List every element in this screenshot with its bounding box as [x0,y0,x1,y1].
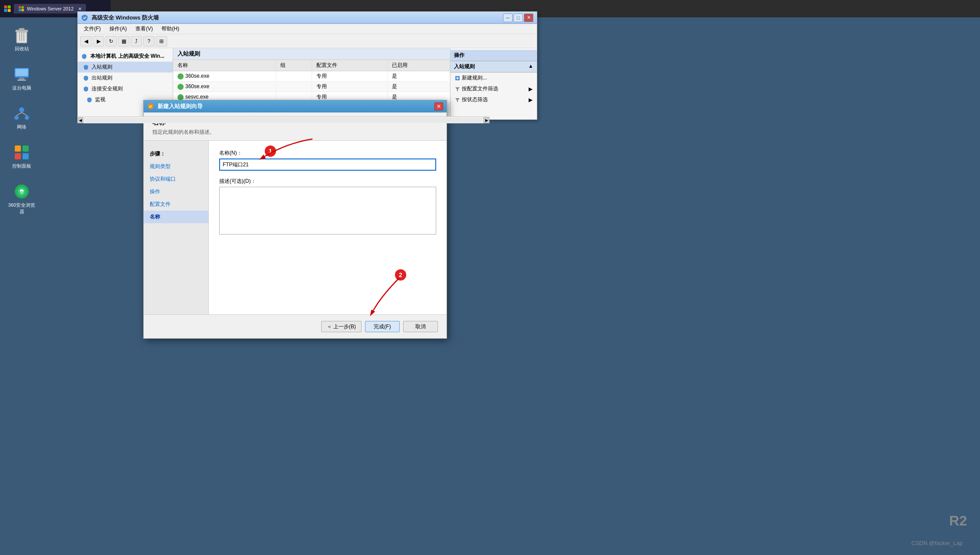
wizard-shield-icon [147,103,154,110]
toolbar-view-btn[interactable]: ▦ [118,36,129,46]
desktop-icon-this-pc[interactable]: 这台电脑 [4,63,39,94]
desktop-icon-control-panel[interactable]: 控制面板 [4,141,39,172]
wizard-step-profile[interactable]: 配置文件 [144,198,208,211]
td-enabled: 是 [388,82,450,92]
fw-titlebar-buttons: ─ □ ✕ [503,13,533,22]
this-pc-label: 这台电脑 [12,85,31,91]
td-name: 360se.exe [173,71,276,82]
fw-tree-root-label: 本地计算机 上的高级安全 Win... [90,53,164,59]
wizard-title-text: 新建入站规则向导 [158,102,203,110]
wizard-titlebar: 新建入站规则向导 ✕ [144,100,447,112]
browser-icon: 360 [13,183,30,200]
fw-tree-outbound[interactable]: 出站规则 [78,73,173,83]
cancel-button[interactable]: 取消 [403,321,438,332]
control-panel-label: 控制面板 [12,163,31,169]
fw-right-panel-header: 操作 [451,50,537,61]
svg-rect-10 [19,28,24,30]
wizard-dialog: 新建入站规则向导 ✕ 名称 指定此规则的名称和描述。 步骤： 规则类型 协议和端… [143,100,447,339]
fw-tree-root: 本地计算机 上的高级安全 Win... [78,51,173,62]
menu-file[interactable]: 文件(F) [80,24,104,33]
back-button[interactable]: ＜ 上一步(B) [321,321,362,332]
svg-rect-1 [8,6,11,9]
control-panel-icon [13,144,30,161]
svg-rect-27 [23,153,29,159]
th-group[interactable]: 组 [276,60,312,71]
wizard-step-rule-type[interactable]: 规则类型 [144,160,208,173]
fw-right-filter-profile[interactable]: 按配置文件筛选 ▶ [451,83,537,94]
table-row[interactable]: 360se.exe 专用 是 [173,71,450,82]
svg-rect-7 [22,9,24,11]
menu-help[interactable]: 帮助(H) [158,24,183,33]
name-input[interactable] [219,159,436,171]
filter-status-label: 按状态筛选 [462,96,488,103]
fw-title-text: 高级安全 Windows 防火墙 [92,14,159,22]
wizard-close-btn[interactable]: ✕ [434,102,443,110]
name-field-label: 名称(N)： [219,149,436,157]
fw-titlebar: 高级安全 Windows 防火墙 ─ □ ✕ [78,12,537,24]
taskbar-tab[interactable]: Windows Server 2012 ✕ [14,4,86,13]
svg-rect-3 [8,9,11,12]
wizard-main-form: 名称(N)： 描述(可选)(D)： [209,141,447,314]
fw-close-btn[interactable]: ✕ [524,13,533,22]
browser-label: 360安全浏览器 [7,202,36,215]
wizard-step-action[interactable]: 操作 [144,185,208,198]
svg-rect-16 [16,69,28,76]
filter-icon [455,86,460,92]
fw-inbound-icon [83,64,89,70]
toolbar-export-btn[interactable]: ⤴ [131,36,142,46]
tab-icon [18,6,24,12]
tab-close[interactable]: ✕ [78,7,82,11]
scroll-left-btn[interactable]: ◀ [77,117,83,123]
wizard-content: 步骤： 规则类型 协议和端口 操作 配置文件 名称 名称(N)： 描述(可选)(… [144,141,447,314]
fw-right-filter-status[interactable]: 按状态筛选 ▶ [451,94,537,105]
status-expand-icon: ▶ [529,97,533,103]
toolbar-help-btn[interactable]: ? [143,36,155,46]
svg-rect-4 [19,6,21,8]
scroll-right-btn[interactable]: ▶ [483,117,490,123]
th-enabled[interactable]: 已启用 [388,60,450,71]
fw-right-subheader: 入站规则 ▲ [451,61,537,73]
svg-rect-18 [17,79,26,81]
desktop-icon-network[interactable]: 网络 [4,102,39,133]
toolbar-info-btn[interactable]: ⊞ [156,36,167,46]
wizard-step-protocol[interactable]: 协议和端口 [144,173,208,185]
wizard-header-desc: 指定此规则的名称和描述。 [152,129,438,136]
watermark: CSDN @facker_Lap [911,540,963,546]
fw-inbound-label: 入站规则 [92,63,112,71]
fw-right-new-rule[interactable]: 新建规则... [451,73,537,83]
menu-view[interactable]: 查看(V) [132,24,156,33]
svg-point-19 [19,107,24,112]
toolbar-back-btn[interactable]: ◀ [80,36,92,46]
fw-tree-inbound[interactable]: 入站规则 [78,62,173,73]
fw-minimize-btn[interactable]: ─ [503,13,513,22]
svg-rect-2 [4,9,7,12]
toolbar-forward-btn[interactable]: ▶ [93,36,104,46]
fw-outbound-label: 出站规则 [92,74,112,82]
finish-button[interactable]: 完成(F) [365,321,400,332]
scrollbar-track[interactable] [84,118,483,123]
desc-field-group: 描述(可选)(D)： [219,178,436,236]
td-group [276,71,312,82]
fw-tree-connection[interactable]: 连接安全规则 [78,83,173,94]
svg-rect-25 [23,145,29,152]
filter-profile-label: 按配置文件筛选 [462,85,498,92]
fw-monitor-label: 监视 [95,96,105,103]
menu-action[interactable]: 操作(A) [106,24,130,33]
network-label: 网络 [17,124,26,130]
table-row[interactable]: 360se.exe 专用 是 [173,82,450,92]
toolbar-refresh-btn[interactable]: ↻ [105,36,117,46]
desc-textarea[interactable] [219,187,436,235]
fw-menubar: 文件(F) 操作(A) 查看(V) 帮助(H) [78,24,537,34]
collapse-icon[interactable]: ▲ [528,63,533,70]
fw-titlebar-left: 高级安全 Windows 防火墙 [81,14,159,22]
wizard-step-name[interactable]: 名称 [144,211,208,223]
desktop-icon-recycle-bin[interactable]: 回收站 [4,24,39,55]
fw-monitor-icon [86,97,92,103]
desc-field-label: 描述(可选)(D)： [219,178,436,185]
fw-maximize-btn[interactable]: □ [513,13,523,22]
fw-scrollbar-h[interactable]: ◀ ▶ [77,116,490,123]
th-profile[interactable]: 配置文件 [312,60,388,71]
th-name[interactable]: 名称 [173,60,276,71]
fw-right-subheader-label: 入站规则 [454,63,475,70]
desktop-icon-browser[interactable]: 360 360安全浏览器 [4,180,39,218]
